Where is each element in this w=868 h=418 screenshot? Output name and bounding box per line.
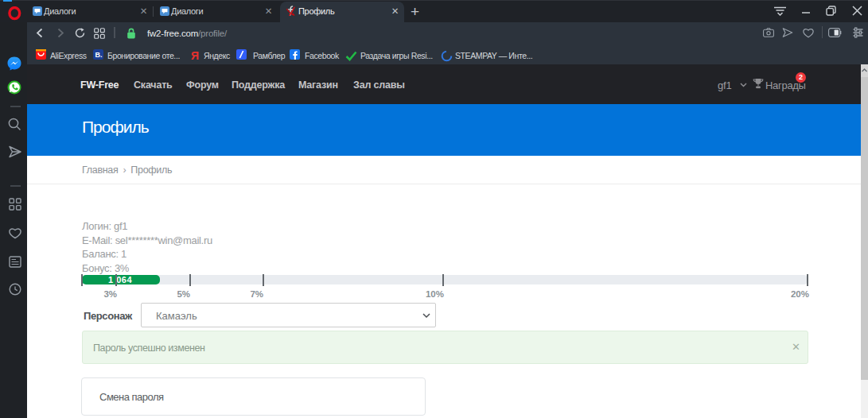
- svg-text:B.: B.: [95, 51, 102, 59]
